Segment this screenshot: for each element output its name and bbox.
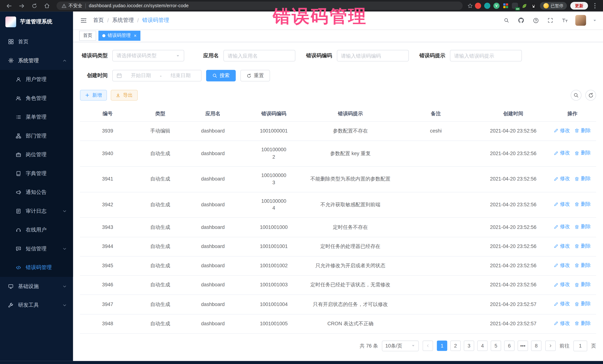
- sidebar-item-infra[interactable]: 基础设施: [0, 277, 73, 296]
- security-status[interactable]: 不安全: [61, 2, 82, 9]
- sidebar-item-role[interactable]: 角色管理: [0, 89, 73, 108]
- delete-link[interactable]: 删除: [575, 320, 591, 327]
- edit-link[interactable]: 修改: [554, 243, 570, 250]
- breadcrumb-item[interactable]: 首页: [93, 17, 104, 24]
- page-button-1[interactable]: 1: [437, 341, 447, 351]
- export-button[interactable]: 导出: [111, 90, 138, 101]
- extension-switch-icon[interactable]: on: [512, 3, 518, 9]
- delete-link[interactable]: 删除: [575, 281, 591, 288]
- browser-home-button[interactable]: [43, 2, 50, 9]
- sidebar-item-dev-tools[interactable]: 研发工具: [0, 296, 73, 315]
- tag-home[interactable]: 首页: [79, 31, 96, 41]
- refresh-table-button[interactable]: [585, 90, 596, 101]
- tag-close-icon[interactable]: ×: [134, 33, 137, 38]
- next-page-button[interactable]: [545, 341, 556, 351]
- page-button-8[interactable]: 8: [531, 341, 541, 351]
- avatar-caret-icon[interactable]: [592, 16, 597, 25]
- page-size-select[interactable]: 10条/页: [382, 341, 419, 351]
- error-msg-input[interactable]: [454, 53, 518, 59]
- sidebar-item-online-user[interactable]: 在线用户: [0, 220, 73, 239]
- date-range-picker[interactable]: 开始日期 - 结束日期: [112, 70, 201, 81]
- search-button[interactable]: 搜索: [206, 70, 236, 81]
- delete-link[interactable]: 删除: [575, 262, 591, 269]
- user-avatar[interactable]: [575, 15, 586, 26]
- edit-link[interactable]: 修改: [554, 262, 570, 269]
- sidebar-item-post[interactable]: 岗位管理: [0, 145, 73, 164]
- edit-link[interactable]: 修改: [554, 150, 570, 157]
- extension-apps-grid-icon[interactable]: [503, 3, 509, 9]
- page-button-6[interactable]: 6: [504, 341, 514, 351]
- browser-reload-button[interactable]: [31, 2, 38, 9]
- profile-chip[interactable]: 已暂停: [540, 2, 567, 10]
- edit-link[interactable]: 修改: [554, 175, 570, 182]
- delete-link[interactable]: 删除: [575, 201, 591, 208]
- sidebar-item-audit-log[interactable]: 审计日志: [0, 202, 73, 221]
- toggle-search-button[interactable]: [571, 90, 581, 101]
- edit-link[interactable]: 修改: [554, 320, 570, 327]
- breadcrumb-item[interactable]: 系统管理: [112, 17, 134, 24]
- sidebar-item-home[interactable]: 首页: [0, 32, 73, 51]
- edit-link[interactable]: 修改: [554, 201, 570, 208]
- browser-menu-icon[interactable]: [591, 2, 598, 9]
- delete-link[interactable]: 删除: [575, 175, 591, 182]
- page-button-5[interactable]: 5: [491, 341, 501, 351]
- prev-page-button[interactable]: [423, 341, 433, 351]
- browser-back-button[interactable]: [5, 2, 12, 9]
- error-code-input[interactable]: [341, 53, 404, 59]
- address-bar[interactable]: 不安全 dashboard.yudao.iocoder.cn/system/er…: [57, 1, 463, 10]
- extension-pin-icon[interactable]: [484, 3, 490, 9]
- browser-forward-button[interactable]: [18, 2, 25, 9]
- sidebar-item-sms[interactable]: 短信管理: [0, 239, 73, 258]
- cell-id: 3946: [80, 276, 135, 295]
- extension-record-icon[interactable]: [475, 3, 481, 9]
- edit-link[interactable]: 修改: [554, 281, 570, 288]
- table-header-row: 编号类型应用名错误码编码错误码提示备注创建时间操作: [80, 106, 596, 121]
- hamburger-icon[interactable]: [79, 16, 88, 25]
- sidebar-item-system[interactable]: 系统管理: [0, 51, 73, 70]
- column-header: 备注: [394, 106, 478, 121]
- page-ellipsis[interactable]: •••: [518, 341, 528, 351]
- fullscreen-icon[interactable]: [546, 16, 555, 25]
- page-button-2[interactable]: 2: [450, 341, 461, 351]
- delete-link[interactable]: 删除: [575, 127, 591, 134]
- sidebar-item-error-code[interactable]: 错误码管理: [0, 258, 73, 277]
- cell-app: dashboard: [185, 256, 241, 276]
- edit-link[interactable]: 修改: [554, 300, 570, 308]
- delete-link[interactable]: 删除: [575, 223, 591, 230]
- online-icon: [15, 227, 22, 232]
- bookmark-star-icon[interactable]: [466, 2, 473, 9]
- extension-vue-devtools-icon[interactable]: V: [493, 3, 499, 9]
- reset-button[interactable]: 重置: [240, 70, 270, 81]
- help-icon[interactable]: [531, 16, 540, 25]
- table-row: 3946自动生成dashboard1001001003定时任务已经处于该状态，无…: [80, 276, 596, 295]
- cell-id: 3948: [80, 314, 135, 333]
- extension-paw-icon[interactable]: [530, 3, 536, 9]
- header-search-icon[interactable]: [502, 16, 511, 25]
- delete-link[interactable]: 删除: [575, 150, 591, 157]
- github-icon[interactable]: [517, 16, 525, 25]
- sidebar-item-menu[interactable]: 菜单管理: [0, 108, 73, 126]
- page-button-4[interactable]: 4: [477, 341, 487, 351]
- edit-link[interactable]: 修改: [554, 223, 570, 230]
- sidebar-item-dept[interactable]: 部门管理: [0, 126, 73, 145]
- sidebar-item-dict[interactable]: 字典管理: [0, 164, 73, 183]
- add-button[interactable]: 新增: [80, 90, 107, 101]
- goto-page-input[interactable]: [573, 341, 587, 351]
- delete-link[interactable]: 删除: [575, 300, 591, 308]
- trash-icon: [575, 302, 579, 306]
- font-size-icon[interactable]: [561, 16, 569, 25]
- cell-msg: 定时任务已经处于该状态，无需修改: [307, 276, 394, 295]
- cell-memo: [394, 192, 478, 218]
- error-type-select[interactable]: 请选择错误码类型: [112, 50, 184, 61]
- delete-link[interactable]: 删除: [575, 243, 591, 250]
- app-logo[interactable]: 芋道管理系统: [0, 11, 73, 32]
- tag-error-code[interactable]: 错误码管理×: [99, 31, 140, 41]
- extension-leaf-icon[interactable]: [521, 3, 527, 9]
- sidebar-item-notice[interactable]: 通知公告: [0, 183, 73, 202]
- page-button-3[interactable]: 3: [464, 341, 474, 351]
- sidebar-item-user[interactable]: 用户管理: [0, 70, 73, 89]
- app-name-input[interactable]: [228, 53, 291, 59]
- cell-id: 3941: [80, 166, 135, 192]
- edit-link[interactable]: 修改: [554, 127, 570, 134]
- browser-update-button[interactable]: 更新: [570, 2, 588, 10]
